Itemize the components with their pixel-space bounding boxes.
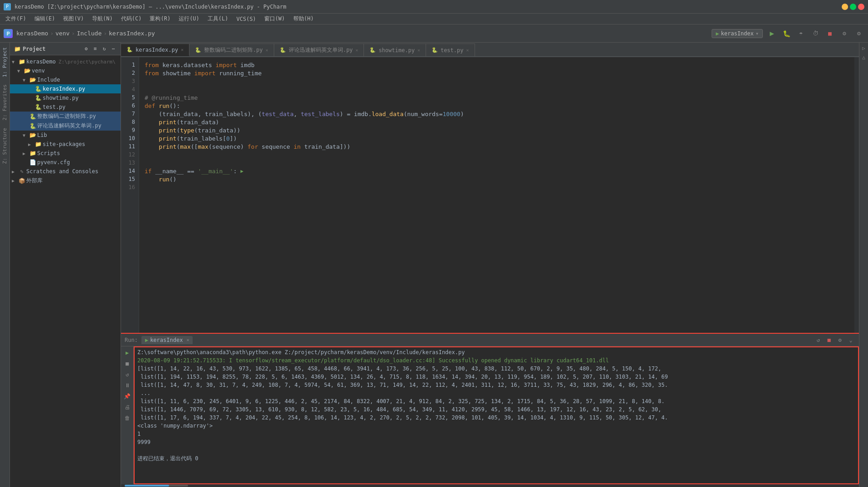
toolbar: P kerasDemo › venv › Include › kerasInde… bbox=[0, 24, 868, 43]
tree-item-scratches[interactable]: ▶ ✎ Scratches and Consoles bbox=[10, 167, 121, 176]
menu-code[interactable]: 代码(C) bbox=[117, 14, 145, 24]
code-content[interactable]: from keras.datasets import imdb from sho… bbox=[139, 57, 854, 333]
tree-item-lib[interactable]: ▼ 📂 Lib bbox=[10, 131, 121, 140]
console-stop-btn[interactable]: ■ bbox=[123, 359, 132, 368]
project-settings-btn[interactable]: ⚙ bbox=[82, 45, 90, 53]
code-line-1: from keras.datasets import imdb bbox=[145, 61, 849, 69]
project-collapse-btn[interactable]: ≡ bbox=[92, 45, 99, 53]
console-run-btn[interactable]: ▶ bbox=[123, 348, 132, 357]
tree-item-venv[interactable]: ▼ 📂 venv bbox=[10, 66, 121, 75]
tree-label-kerasdemo: kerasDemo bbox=[26, 58, 56, 65]
console-line-cmd: Z:\software\python\anaconda3\path\python… bbox=[137, 348, 855, 356]
menu-file[interactable]: 文件(F) bbox=[2, 14, 30, 24]
menu-navigate[interactable]: 导航(N) bbox=[88, 14, 116, 24]
tree-item-kerasdemo[interactable]: ▼ 📁 kerasDemo Z:\project\pycharm\ bbox=[10, 57, 121, 66]
line-numbers: 1 2 3 4 5 6 7 8 9 10 11 12 13 14 15 16 bbox=[121, 57, 139, 333]
run-collapse-btn[interactable]: ⌄ bbox=[846, 336, 855, 345]
build-button[interactable]: ⚙ bbox=[839, 28, 850, 39]
tab-close-test[interactable]: ✕ bbox=[466, 48, 469, 53]
run-settings-btn[interactable]: ⚙ bbox=[835, 336, 844, 345]
tab-bar: 🐍 kerasIndex.py ✕ 🐍 整数编码二进制矩阵.py ✕ 🐍 评论迅… bbox=[121, 43, 859, 57]
console-rerun-btn[interactable]: ↺ bbox=[123, 370, 132, 379]
tab-label-test: test.py bbox=[441, 47, 464, 54]
console-line-one: 1 bbox=[137, 430, 855, 438]
tree-item-pyvenv[interactable]: 📄 pyvenv.cfg bbox=[10, 158, 121, 167]
stop-button[interactable]: ■ bbox=[824, 28, 835, 39]
run-restart-btn[interactable]: ↺ bbox=[814, 336, 823, 345]
menu-run[interactable]: 运行(U) bbox=[175, 14, 203, 24]
tab-close-integer[interactable]: ✕ bbox=[266, 48, 268, 53]
line-num-6: 6 bbox=[121, 102, 139, 110]
run-button[interactable]: ▶ bbox=[766, 28, 777, 39]
run-config-dropdown-icon: ▾ bbox=[756, 30, 759, 37]
project-sync-btn[interactable]: ↻ bbox=[101, 45, 108, 53]
coverage-button[interactable]: ☂ bbox=[795, 28, 806, 39]
settings-button[interactable]: ⚙ bbox=[853, 28, 864, 39]
editor-scrollbar[interactable] bbox=[854, 57, 859, 333]
tree-item-showtime[interactable]: 🐍 showtime.py bbox=[10, 93, 121, 102]
menu-tools[interactable]: 工具(L) bbox=[204, 14, 232, 24]
project-panel-header: 📁 Project ⚙ ≡ ↻ ⋯ bbox=[10, 43, 121, 55]
tree-item-test[interactable]: 🐍 test.py bbox=[10, 102, 121, 112]
breadcrumb-file[interactable]: kerasIndex.py bbox=[109, 30, 155, 37]
tree-item-sitepackages[interactable]: ▶ 📁 site-packages bbox=[10, 140, 121, 149]
console-pause-btn[interactable]: ⏸ bbox=[123, 381, 132, 390]
right-sidebar-icons: ▷ △ bbox=[859, 43, 868, 487]
code-line-6: def run (): bbox=[145, 102, 849, 110]
vert-tab-project[interactable]: 1: Project bbox=[1, 44, 9, 80]
run-tab-name: kerasIndex bbox=[150, 337, 183, 343]
debug-button[interactable]: 🐛 bbox=[781, 28, 792, 39]
menu-vcs[interactable]: VCS(S) bbox=[233, 15, 260, 23]
window-controls[interactable] bbox=[842, 4, 864, 10]
vert-tab-structure[interactable]: Z: Structure bbox=[1, 125, 9, 166]
vert-tab-favorites[interactable]: 2: Favorites bbox=[1, 82, 9, 123]
run-tab-close[interactable]: ✕ bbox=[186, 337, 189, 342]
right-icon-2[interactable]: △ bbox=[860, 54, 868, 61]
tree-item-include[interactable]: ▼ 📂 Include bbox=[10, 75, 121, 84]
profile-button[interactable]: ⏱ bbox=[810, 28, 821, 39]
tree-item-kerasindex[interactable]: 🐍 kerasIndex.py bbox=[10, 84, 121, 93]
tab-close-kerasindex[interactable]: ✕ bbox=[181, 47, 184, 52]
tab-test[interactable]: 🐍 test.py ✕ bbox=[426, 44, 475, 56]
console-left-toolbar: ▶ ■ ↺ ⏸ 📌 🖨 🗑 bbox=[121, 346, 134, 484]
tree-item-review[interactable]: 🐍 评论迅速解码英文单词.py bbox=[10, 121, 121, 131]
tab-kerasindex[interactable]: 🐍 kerasIndex.py ✕ bbox=[121, 44, 189, 56]
run-configuration[interactable]: ▶ kerasIndex ▾ bbox=[712, 29, 763, 38]
bottom-panel: Run: ▶ kerasIndex ✕ ↺ ■ ⚙ ⌄ ▶ ■ ↺ bbox=[121, 333, 859, 487]
console-print-btn[interactable]: 🖨 bbox=[123, 403, 132, 412]
menu-window[interactable]: 窗口(W) bbox=[261, 14, 289, 24]
tab-close-showtime[interactable]: ✕ bbox=[417, 48, 420, 53]
tab-review[interactable]: 🐍 评论迅速解码英文单词.py ✕ bbox=[274, 44, 364, 56]
tree-item-scripts[interactable]: ▶ 📁 Scripts bbox=[10, 149, 121, 158]
run-tab-kerasindex[interactable]: ▶ kerasIndex ✕ bbox=[141, 336, 193, 344]
run-stop-btn[interactable]: ■ bbox=[824, 336, 834, 345]
menu-edit[interactable]: 编辑(E) bbox=[31, 14, 59, 24]
tree-item-external[interactable]: ▶ 📦 外部库 bbox=[10, 176, 121, 185]
console-content[interactable]: Z:\software\python\anaconda3\path\python… bbox=[134, 346, 859, 484]
console-pin-btn[interactable]: 📌 bbox=[123, 392, 132, 401]
tree-arrow-sitepackages: ▶ bbox=[28, 142, 34, 147]
tree-arrow-kerasdemo: ▼ bbox=[12, 59, 17, 64]
tree-label-include: Include bbox=[37, 77, 60, 83]
menu-view[interactable]: 视图(V) bbox=[59, 14, 87, 24]
left-vertical-tabs: 1: Project 2: Favorites Z: Structure bbox=[0, 43, 10, 487]
console-line-data3: list([1, 14, 47, 8, 30, 31, 7, 4, 249, 1… bbox=[137, 381, 855, 389]
code-editor[interactable]: 1 2 3 4 5 6 7 8 9 10 11 12 13 14 15 16 bbox=[121, 57, 859, 333]
minimize-button[interactable] bbox=[842, 4, 848, 10]
tree-label-pyvenv: pyvenv.cfg bbox=[37, 159, 70, 166]
right-icon-1[interactable]: ▷ bbox=[860, 44, 868, 52]
run-gutter-icon[interactable]: ▶ bbox=[241, 168, 244, 174]
breadcrumb-venv[interactable]: venv bbox=[55, 30, 69, 37]
menu-refactor[interactable]: 重构(R) bbox=[146, 14, 174, 24]
project-more-btn[interactable]: ⋯ bbox=[110, 45, 117, 53]
breadcrumb-include[interactable]: Include bbox=[77, 30, 102, 37]
menu-help[interactable]: 帮助(H) bbox=[290, 14, 318, 24]
tab-showtime[interactable]: 🐍 showtime.py ✕ bbox=[364, 44, 426, 56]
maximize-button[interactable] bbox=[850, 4, 856, 10]
tree-item-integer[interactable]: 🐍 整数编码二进制矩阵.py bbox=[10, 112, 121, 121]
console-clear-btn[interactable]: 🗑 bbox=[123, 414, 132, 423]
tab-close-review[interactable]: ✕ bbox=[355, 48, 358, 53]
breadcrumb-project[interactable]: kerasDemo bbox=[16, 30, 48, 37]
tab-integer[interactable]: 🐍 整数编码二进制矩阵.py ✕ bbox=[189, 44, 274, 56]
close-button[interactable] bbox=[858, 4, 864, 10]
